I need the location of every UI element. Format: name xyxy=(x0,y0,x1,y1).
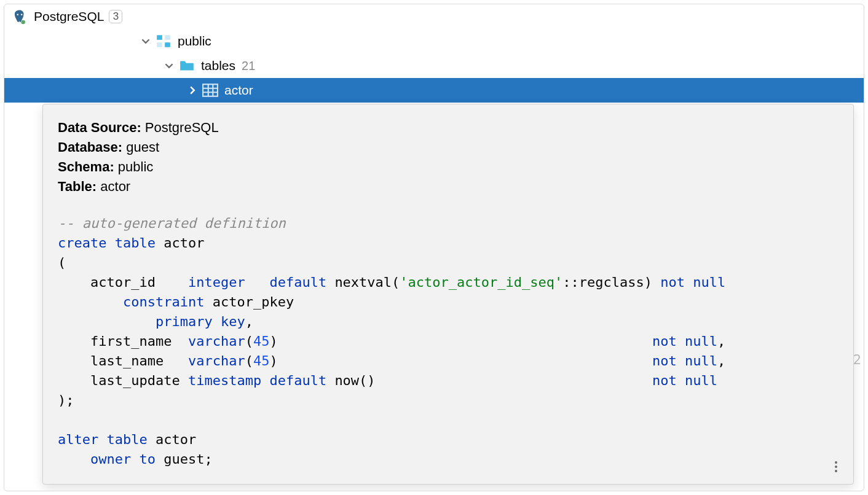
sql-ident: now() xyxy=(334,373,375,388)
schema-icon xyxy=(156,33,172,49)
sql-punct: ); xyxy=(58,392,74,408)
quick-doc-meta: Data Source: PostgreSQL Database: guest … xyxy=(58,118,838,197)
chevron-down-icon xyxy=(140,29,152,53)
sql-keyword: default xyxy=(269,275,326,290)
svg-rect-7 xyxy=(203,84,218,96)
sql-punct: , xyxy=(717,333,725,349)
sql-ident: actor xyxy=(156,432,196,447)
sql-ident: last_update xyxy=(90,373,180,388)
sql-definition: -- auto-generated definition create tabl… xyxy=(58,214,838,469)
tree-row-datasource[interactable]: PostgreSQL 3 xyxy=(4,4,864,29)
sql-punct: ( xyxy=(58,255,66,270)
sql-keyword: timestamp xyxy=(188,373,261,388)
sql-keyword: owner xyxy=(90,451,131,467)
svg-point-1 xyxy=(21,14,23,15)
datasource-badge: 3 xyxy=(109,10,122,23)
sql-keyword: primary xyxy=(156,314,213,329)
meta-value: public xyxy=(118,159,153,174)
sql-ident: first_name xyxy=(90,333,172,349)
svg-rect-5 xyxy=(157,42,162,47)
folder-icon xyxy=(179,58,195,74)
svg-rect-4 xyxy=(165,35,170,40)
sql-keyword: not xyxy=(660,275,685,290)
meta-label: Database: xyxy=(58,139,122,155)
sql-keyword: create xyxy=(58,235,106,251)
sql-keyword: integer xyxy=(188,275,245,290)
svg-point-0 xyxy=(17,14,18,15)
svg-rect-3 xyxy=(157,35,162,40)
sql-keyword: to xyxy=(139,451,156,467)
meta-value: PostgreSQL xyxy=(145,120,219,135)
svg-rect-6 xyxy=(165,42,170,47)
quick-doc-popup: Data Source: PostgreSQL Database: guest … xyxy=(42,104,854,485)
tree-label: public xyxy=(178,29,211,53)
sql-punct: ) xyxy=(269,333,277,349)
tree-label: tables xyxy=(201,54,235,77)
sql-ident: actor_pkey xyxy=(213,294,294,310)
sql-punct: , xyxy=(245,314,253,329)
tables-count: 21 xyxy=(242,54,255,77)
sql-keyword: varchar xyxy=(188,353,245,368)
sql-keyword: table xyxy=(115,235,156,251)
sql-ident: nextval( xyxy=(334,275,400,290)
tree-row-tables[interactable]: tables 21 xyxy=(4,53,864,78)
sql-keyword: not xyxy=(652,373,677,388)
meta-label: Data Source: xyxy=(58,120,141,135)
postgresql-icon xyxy=(12,9,28,25)
meta-label: Schema: xyxy=(58,159,114,174)
sql-keyword: null xyxy=(685,373,717,388)
sql-ident: guest xyxy=(164,451,204,467)
sql-ident: last_name xyxy=(90,353,164,368)
tree-label: PostgreSQL xyxy=(34,5,104,28)
svg-point-2 xyxy=(21,20,25,25)
database-tree: PostgreSQL 3 public tables 21 xyxy=(4,4,864,103)
meta-value: actor xyxy=(100,179,130,194)
tree-row-schema[interactable]: public xyxy=(4,29,864,53)
sql-keyword: alter xyxy=(58,432,98,447)
sql-comment: -- auto-generated definition xyxy=(58,216,286,231)
sql-keyword: not xyxy=(652,353,677,368)
sql-ident: ::regclass) xyxy=(562,275,652,290)
sql-keyword: default xyxy=(269,373,326,388)
sql-keyword: key xyxy=(221,314,245,329)
more-options-button[interactable] xyxy=(829,459,843,474)
table-icon xyxy=(202,82,218,98)
sql-punct: ) xyxy=(269,353,277,368)
sql-keyword: null xyxy=(693,275,725,290)
tree-label: actor xyxy=(224,79,253,102)
sql-keyword: table xyxy=(106,432,147,447)
sql-string: 'actor_actor_id_seq' xyxy=(400,275,562,290)
sql-keyword: varchar xyxy=(188,333,245,349)
sql-ident: actor_id xyxy=(90,275,156,290)
sql-ident: actor xyxy=(164,235,204,251)
meta-label: Table: xyxy=(58,179,97,194)
sql-number: 45 xyxy=(253,353,270,368)
sql-punct: ; xyxy=(204,451,212,467)
sql-keyword: constraint xyxy=(123,294,204,310)
sql-number: 45 xyxy=(253,333,270,349)
sql-punct: ( xyxy=(245,333,253,349)
sql-keyword: null xyxy=(685,353,717,368)
sql-punct: , xyxy=(717,353,725,368)
chevron-down-icon xyxy=(163,54,175,77)
sql-keyword: not xyxy=(652,333,677,349)
sql-keyword: null xyxy=(685,333,717,349)
meta-value: guest xyxy=(126,139,159,155)
sql-punct: ( xyxy=(245,353,253,368)
tree-row-table[interactable]: actor xyxy=(4,78,864,103)
chevron-right-icon xyxy=(186,79,199,102)
